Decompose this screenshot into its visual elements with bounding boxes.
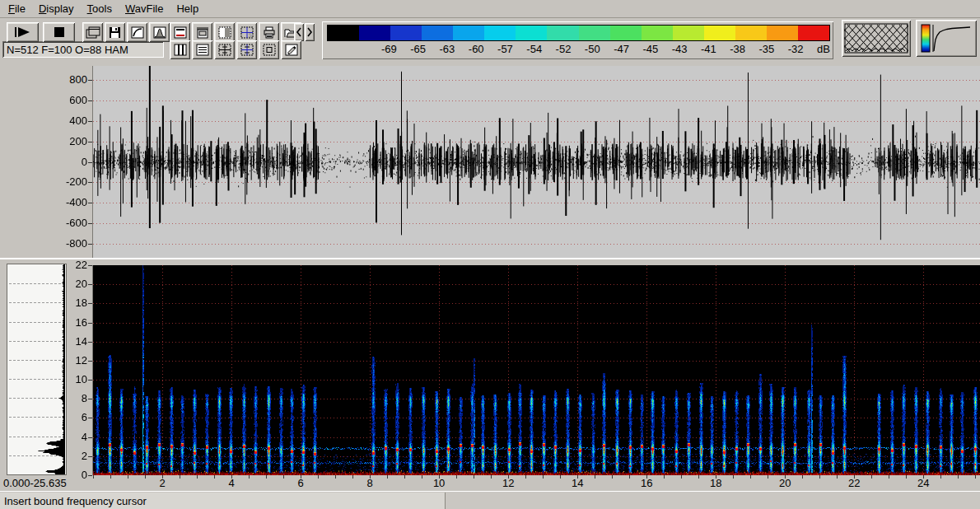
save-file-button[interactable] bbox=[105, 22, 125, 42]
fft-settings-field[interactable]: N=512 F=100 O=88 HAM bbox=[2, 41, 164, 58]
colorbar-tick-label: -32 bbox=[788, 43, 804, 55]
waveform-y-tick bbox=[88, 142, 92, 142]
spectrogram-x-tick-label: 22 bbox=[842, 477, 866, 489]
waveform-y-tick bbox=[88, 244, 92, 245]
spectrogram-y-tick bbox=[88, 456, 92, 457]
spectrogram-y-tick-label: 6 bbox=[64, 411, 87, 423]
frame-display-button[interactable] bbox=[170, 22, 190, 42]
transfer-curve-button[interactable] bbox=[127, 22, 147, 42]
shade-display-button[interactable] bbox=[214, 22, 235, 42]
colorbar-unit-label: dB bbox=[817, 43, 830, 55]
colorbar-swatch-9 bbox=[610, 26, 642, 40]
menu-bar: FileDisplayToolsWavFileHelp bbox=[0, 0, 980, 18]
grid-settings-icon: s bbox=[240, 26, 254, 39]
spectrogram-x-tick-label: 10 bbox=[427, 477, 451, 489]
inner-frame-button[interactable] bbox=[259, 40, 279, 59]
waveform-canvas[interactable] bbox=[93, 66, 980, 258]
spectrogram-y-tick-label: 18 bbox=[64, 297, 87, 309]
menu-item-tools[interactable]: Tools bbox=[82, 1, 120, 16]
colorbar-swatch-15 bbox=[798, 26, 829, 40]
spectrogram-x-tick-label: 24 bbox=[911, 477, 936, 489]
colorbar-tick-label: -38 bbox=[730, 43, 745, 55]
cascade-windows-button[interactable] bbox=[82, 22, 103, 42]
waveform-y-tick-label: 800 bbox=[59, 73, 87, 86]
stop-icon bbox=[54, 26, 65, 38]
colorbar-swatch-8 bbox=[579, 26, 610, 40]
colorbar-tick-label: -43 bbox=[672, 43, 688, 55]
colorbar-swatch-1 bbox=[359, 26, 390, 40]
grid-settings-button[interactable]: s bbox=[236, 22, 257, 42]
prev-arrow-button[interactable] bbox=[294, 23, 304, 41]
spectrogram-y-tick bbox=[88, 418, 92, 418]
scale-display-icon bbox=[196, 26, 209, 39]
spectrogram-x-tick-label: 14 bbox=[565, 477, 590, 489]
horizontal-rows-icon bbox=[196, 44, 209, 56]
colorbar-swatch-11 bbox=[673, 26, 704, 40]
svg-text:s: s bbox=[248, 30, 252, 39]
menu-item-help[interactable]: Help bbox=[171, 1, 207, 16]
colorbar-labels: -69-65-63-60-57-54-52-50-47-45-43-41-38-… bbox=[381, 43, 830, 55]
waveform-y-tick bbox=[88, 162, 92, 163]
palette-curve-button[interactable] bbox=[916, 20, 977, 57]
frame-display-icon bbox=[174, 26, 187, 39]
stop-button[interactable] bbox=[43, 22, 75, 42]
grid-cross-blue-button[interactable] bbox=[236, 40, 257, 59]
save-file-icon bbox=[109, 26, 121, 39]
hatch-pattern-icon bbox=[844, 23, 908, 54]
colorbar-tick-label: -63 bbox=[440, 43, 455, 55]
vertical-split-button[interactable] bbox=[170, 40, 190, 59]
colorbar-tick-label: -54 bbox=[526, 43, 542, 55]
horizontal-rows-button[interactable] bbox=[192, 40, 212, 59]
waveform-y-tick-label: 0 bbox=[59, 156, 87, 168]
colorbar-swatch-0 bbox=[328, 26, 359, 40]
spectrogram-canvas[interactable] bbox=[93, 265, 980, 475]
spectrogram-x-tick-label: 20 bbox=[772, 477, 797, 489]
print-button[interactable] bbox=[259, 22, 279, 42]
hatch-pattern-button[interactable] bbox=[842, 20, 911, 57]
spectrogram-x-tick-label: 16 bbox=[634, 477, 659, 489]
spectrogram-y-tick-label: 10 bbox=[64, 373, 87, 385]
spectrogram-y-tick-label: 12 bbox=[64, 354, 87, 367]
colorbar-swatch-7 bbox=[547, 26, 578, 40]
colorbar-strip bbox=[327, 25, 830, 41]
spectrogram-y-tick bbox=[88, 475, 92, 476]
menu-item-file[interactable]: File bbox=[3, 1, 34, 16]
grid-cross-button[interactable] bbox=[214, 40, 235, 59]
menu-item-display[interactable]: Display bbox=[34, 1, 82, 16]
menu-item-wavfile[interactable]: WavFile bbox=[120, 1, 171, 16]
spectrogram-x-tick-label: 2 bbox=[150, 477, 175, 489]
scale-display-button[interactable] bbox=[192, 22, 212, 42]
waveform-y-tick-label: 600 bbox=[59, 94, 87, 106]
prev-arrow-icon bbox=[296, 27, 302, 37]
spectrogram-y-tick-label: 4 bbox=[64, 431, 87, 443]
colorbar-tick-label: -47 bbox=[614, 43, 629, 55]
colorbar-swatch-5 bbox=[484, 26, 516, 40]
colorbar-swatch-4 bbox=[453, 26, 484, 40]
average-spectrum-panel[interactable] bbox=[7, 264, 67, 475]
cascade-windows-icon bbox=[86, 26, 100, 39]
colorbar-swatch-12 bbox=[704, 26, 735, 40]
colorbar-tick-label: -41 bbox=[701, 43, 716, 55]
vertical-split-icon bbox=[174, 44, 187, 56]
spectrogram-x-tick-label: 8 bbox=[357, 477, 382, 489]
play-button[interactable] bbox=[7, 22, 39, 42]
edit-notes-button[interactable] bbox=[281, 40, 301, 59]
time-range-label: 0.000-25.635 bbox=[3, 477, 67, 489]
colorbar-swatch-2 bbox=[390, 26, 422, 40]
colorbar-tick-label: -50 bbox=[585, 43, 600, 55]
status-bar: Insert bound frequency cursor bbox=[0, 491, 980, 509]
colorbar-tick-label: -69 bbox=[381, 43, 397, 55]
colorbar-swatch-14 bbox=[767, 26, 798, 40]
peak-display-button[interactable] bbox=[149, 22, 170, 42]
colorbar-tick-label: -60 bbox=[469, 43, 484, 55]
waveform-y-tick bbox=[88, 182, 92, 183]
spectrogram-y-tick bbox=[88, 284, 92, 285]
colorbar-tick-label: -45 bbox=[642, 43, 658, 55]
waveform-y-tick bbox=[88, 203, 92, 203]
spectrogram-y-tick-label: 16 bbox=[64, 316, 87, 329]
spectrogram-y-tick bbox=[88, 380, 92, 381]
spectrogram-y-tick-label: 20 bbox=[64, 278, 87, 290]
inner-frame-icon bbox=[263, 44, 276, 56]
spectrogram-x-tick-label: 12 bbox=[496, 477, 520, 489]
next-arrow-button[interactable] bbox=[305, 23, 315, 41]
